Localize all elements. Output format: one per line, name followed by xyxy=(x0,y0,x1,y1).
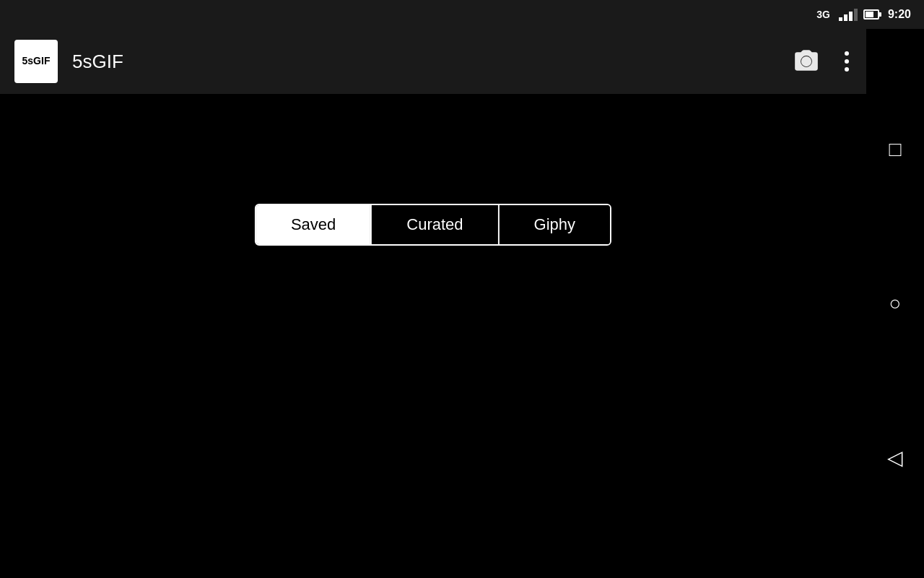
tab-group: Saved Curated Giphy xyxy=(255,204,611,246)
nav-bar: □ ○ ◁ xyxy=(866,29,924,578)
camera-button[interactable] xyxy=(793,48,820,75)
app-bar: 5s GIF 5sGIF xyxy=(0,29,866,94)
tab-curated[interactable]: Curated xyxy=(372,205,497,244)
home-button[interactable]: ○ xyxy=(879,288,911,319)
signal-bars xyxy=(839,9,858,21)
signal-label: 3G xyxy=(816,9,830,20)
recent-apps-button[interactable]: □ xyxy=(879,134,911,165)
back-button[interactable]: ◁ xyxy=(879,441,911,473)
more-options-button[interactable] xyxy=(842,48,852,74)
app-title: 5sGIF xyxy=(72,51,793,73)
status-bar: 3G 9:20 xyxy=(0,0,924,29)
app-bar-actions xyxy=(793,48,852,75)
battery-icon xyxy=(863,9,879,20)
tab-giphy[interactable]: Giphy xyxy=(500,205,610,244)
main-content: Saved Curated Giphy xyxy=(0,94,866,578)
app-logo: 5s GIF xyxy=(14,40,58,83)
status-time: 9:20 xyxy=(888,8,911,21)
tab-saved[interactable]: Saved xyxy=(256,205,370,244)
camera-icon xyxy=(793,48,820,75)
